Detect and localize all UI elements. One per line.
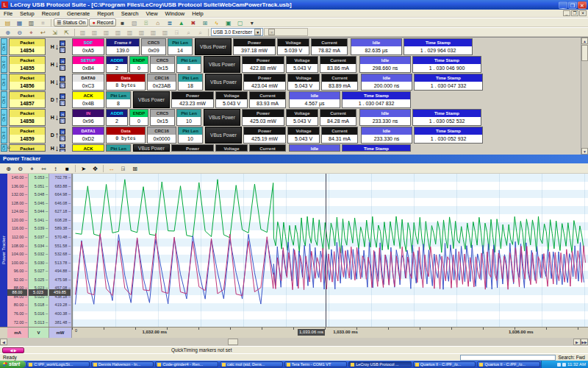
grid-icon[interactable]: ⊞ (129, 164, 140, 172)
task-button[interactable]: Quartus II - C:/PF_/o... (413, 361, 476, 367)
packet-number[interactable]: Packet (9, 144, 46, 152)
packet-number[interactable]: Packet14854 (9, 38, 46, 55)
packet-number[interactable]: Packet14859 (9, 127, 46, 144)
vbus-current[interactable]: Current83.86 mA (320, 56, 356, 73)
field-data0[interactable]: DATA00xC3 (72, 74, 104, 91)
task-button[interactable]: LeCroy USB Protocol ... (348, 361, 412, 367)
field-sof[interactable]: SOF0xA5 (72, 38, 104, 55)
packet-number[interactable]: Packet14855 (9, 56, 46, 73)
field-data[interactable]: Data0 bytes (106, 127, 146, 144)
vbus-voltage[interactable]: Voltage5.043 V (287, 127, 320, 144)
mdi-minimize-button[interactable]: _ (563, 10, 570, 16)
packet-scrollbar[interactable]: ▲ ▼ (581, 38, 588, 155)
scroll-right-arrow[interactable]: ▶ (573, 339, 581, 345)
packet-number[interactable]: Packet14858 (9, 109, 46, 126)
exerciser-combo[interactable]: USB 3.0 Exerciser▼ (211, 28, 263, 36)
idle-time[interactable]: Idle200.000 ns (361, 74, 412, 91)
mdi-close-button[interactable]: ✕ (579, 10, 587, 16)
task-button[interactable]: Code-grinder4 - Ren... (155, 361, 218, 367)
field-addr[interactable]: ADDR2 (106, 109, 128, 126)
find-next-icon[interactable]: ⌕ (195, 28, 206, 36)
field-pkt-len[interactable]: Pkt Len10 (178, 127, 203, 144)
find-icon[interactable]: ⌕ (183, 28, 194, 36)
menu-generate[interactable]: Generate (63, 10, 93, 17)
field-crc16[interactable]: CRC160x0000 (147, 127, 176, 144)
vbus-power[interactable]: Power423.23 mW (171, 91, 214, 108)
field-ack[interactable]: ACK (72, 144, 104, 152)
field-pkt-len[interactable]: Pkt Len8 (176, 56, 201, 73)
field-crc5[interactable]: CRC50x09 (141, 38, 166, 55)
zoom-out-icon[interactable]: ⊖ (15, 164, 26, 172)
vbus-voltage[interactable]: Voltage5.043 V (287, 74, 320, 91)
traffic-icon[interactable]: ▲ (176, 18, 187, 26)
packet-number[interactable]: Packet14856 (9, 74, 46, 91)
task-button[interactable]: Quartus II - C:/PF_/o... (477, 361, 540, 367)
field-pkt-len[interactable]: Pkt Len14 (168, 38, 193, 55)
field-addr[interactable]: ADDR2 (106, 56, 128, 73)
packet-row[interactable]: Ch 0Packet14855H↓HSSETUP0xB4ADDR2ENDP0CR… (1, 56, 588, 73)
vbus-current[interactable]: Current83.89 mA (321, 74, 358, 91)
print-icon[interactable]: ▥ (26, 18, 37, 26)
nav-transfer-icon[interactable]: ▥ (101, 28, 112, 36)
vbus-power[interactable]: Power423.04 mW (243, 74, 286, 91)
field-data[interactable]: Data8 bytes (106, 74, 146, 91)
compare-icon[interactable]: ▣ (223, 18, 234, 26)
record-button[interactable]: ●Record (89, 18, 116, 26)
field-pkt-len[interactable]: Pkt Len8 (106, 91, 131, 108)
field-pkt-len[interactable]: Pkt Len18 (178, 74, 203, 91)
nav-error-icon[interactable]: ▥ (159, 28, 171, 36)
waveform-plot-area[interactable] (72, 174, 588, 327)
field-endp[interactable]: ENDP0 (129, 109, 148, 126)
menu-report[interactable]: Report (93, 10, 118, 17)
time-stamp[interactable]: Time Stamp1 . 030 047 832 (342, 91, 411, 108)
view-chart-icon[interactable]: ▧ (129, 18, 140, 26)
time-stamp[interactable]: Time Stamp1 . 030 052 532 (412, 109, 481, 126)
system-tray[interactable]: 11:32 AM (541, 361, 588, 368)
scroll-thumb[interactable] (581, 45, 588, 61)
stop-zoom-icon[interactable]: ■ (62, 164, 73, 172)
errors-icon[interactable]: ✖ (187, 18, 198, 26)
collapse-icon[interactable]: ⇱ (61, 28, 72, 36)
vbus-current[interactable]: Current (249, 144, 286, 152)
zoom-in-icon[interactable]: ⊕ (2, 28, 13, 36)
vbus-current[interactable]: Current78.82 mA (311, 38, 348, 55)
vbus-current[interactable]: Current83.93 mA (249, 91, 286, 108)
menu-window[interactable]: Window (162, 10, 189, 17)
task-button[interactable]: Dennis Halverson - In... (91, 361, 154, 367)
goto-icon[interactable]: ⍈ (171, 28, 182, 36)
packet-row[interactable]: Ch 0Packet14858H↓HSIN0x96ADDR2ENDP0CRC50… (1, 109, 588, 126)
export-icon[interactable]: ⍈ (118, 164, 129, 172)
search-input[interactable] (460, 355, 556, 361)
vbus-voltage[interactable]: Voltage5.043 V (215, 91, 248, 108)
task-button[interactable]: C:\PF_work\LogicSt... (26, 361, 90, 367)
close-button[interactable]: ✕ (578, 1, 587, 9)
power-tracker-title-bar[interactable]: Power Tracker (0, 155, 588, 163)
scroll-left-arrow[interactable]: ◀ (0, 339, 7, 345)
vbus-current[interactable]: Current84.28 mA (320, 109, 356, 126)
scroll-down-arrow[interactable]: ▼ (581, 148, 588, 155)
packet-row[interactable]: Ch 0Packet14854H↓HSSOF0xA5Frame #139.0CR… (1, 38, 588, 55)
stop-icon[interactable]: ■ (117, 18, 128, 26)
mdi-restore-button[interactable]: ❐ (571, 10, 578, 16)
time-stamp[interactable]: Time Stamp1 . 030 046 900 (412, 56, 481, 73)
packet-row[interactable]: Ch 0Packet14859D↑HSDATA10xD2Data0 bytesC… (1, 127, 588, 144)
vbus-current[interactable]: Current84.31 mA (321, 127, 358, 144)
restore-button[interactable]: ❐ (568, 1, 577, 9)
idle-time[interactable]: Idle82.635 µs (351, 38, 402, 55)
summary-icon[interactable]: ≣ (164, 18, 175, 26)
nav-transaction-icon[interactable]: ▥ (89, 28, 100, 36)
idle-time[interactable]: Idle298.660 ns (359, 56, 411, 73)
field-endp[interactable]: ENDP0 (129, 56, 148, 73)
device-icon[interactable]: ⌂ (152, 18, 163, 26)
time-stamp[interactable]: Time Stamp1 . 029 964 032 (404, 38, 473, 55)
packet-row[interactable]: Ch 0Packet14857D↑HSACK0x4BPkt Len8VBus P… (1, 91, 588, 108)
time-cursor-line[interactable] (326, 174, 326, 327)
field-data1[interactable]: DATA10xD2 (72, 127, 104, 144)
vbus-voltage[interactable]: Voltage5.043 V (286, 109, 318, 126)
packet-row[interactable]: Ch 0PacketH↓HSACKPkt LenVBus PowerPowerV… (1, 144, 588, 152)
vbus-power[interactable]: Power422.88 mW (242, 56, 284, 73)
vbus-voltage[interactable]: Voltage (215, 144, 248, 152)
wrap-icon[interactable]: ↩ (37, 28, 49, 36)
scroll-end-arrow[interactable]: ▶▶ (581, 339, 588, 345)
menu-help[interactable]: Help (188, 10, 207, 17)
